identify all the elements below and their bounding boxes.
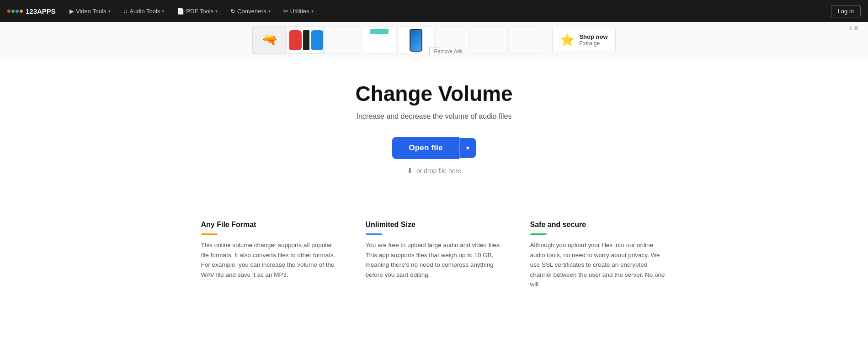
page-title: Change Volume: [355, 81, 512, 106]
audio-tools-label: Audio Tools: [129, 8, 160, 15]
logo-dots: [7, 10, 23, 13]
ad-close-button[interactable]: ℹ ✕: [850, 25, 859, 32]
converters-chevron: ▾: [268, 9, 271, 14]
nav-item-audio-tools[interactable]: ♫ Audio Tools ▾: [119, 5, 169, 17]
open-file-dropdown-button[interactable]: ▾: [459, 138, 476, 158]
page-subtitle: Increase and decrease the volume of audi…: [357, 112, 512, 121]
ad-slots: 🔫: [252, 26, 543, 54]
utilities-chevron: ▾: [311, 9, 314, 14]
converters-icon: ↻: [230, 8, 235, 15]
feature-desc-2: Although you upload your files into our …: [530, 240, 667, 290]
audio-tools-icon: ♫: [123, 8, 128, 15]
video-tools-label: Video Tools: [76, 8, 107, 15]
feature-desc-1: You are free to upload large audio and v…: [366, 240, 503, 280]
feature-desc-0: This online volume changer supports all …: [201, 240, 338, 280]
remove-ads-button[interactable]: Remove Ads: [429, 47, 439, 55]
feature-bar-0: [201, 233, 218, 235]
open-file-button[interactable]: Open file: [392, 137, 459, 159]
feature-bar-1: [366, 233, 382, 235]
logo-dot-yellow: [20, 10, 23, 13]
navbar: 123APPS ▶ Video Tools ▾ ♫ Audio Tools ▾ …: [0, 0, 868, 22]
feature-bar-2: [530, 233, 547, 235]
feature-title-1: Unlimited Size: [366, 221, 503, 229]
logo-dot-red: [7, 10, 11, 13]
logo-text: 123APPS: [26, 7, 56, 15]
nav-item-converters[interactable]: ↻ Converters ▾: [226, 5, 275, 17]
pdf-tools-icon: 📄: [177, 8, 184, 15]
video-tools-icon: ▶: [69, 8, 74, 15]
drop-file-area[interactable]: ⬇ or drop file here: [407, 166, 461, 175]
ad-shop-now: Shop now: [579, 33, 607, 40]
converters-label: Converters: [237, 8, 266, 15]
nav-item-utilities[interactable]: ✂ Utilities ▾: [279, 5, 318, 17]
pdf-tools-chevron: ▾: [215, 9, 218, 14]
ad-slot-3: [325, 26, 360, 54]
video-tools-chevron: ▾: [108, 9, 111, 14]
drop-icon: ⬇: [407, 166, 413, 175]
feature-title-0: Any File Format: [201, 221, 338, 229]
utilities-label: Utilities: [290, 8, 309, 15]
phone-shape: [410, 29, 422, 52]
ad-brand: Extra.ge: [579, 40, 607, 47]
sponsor-info: Shop now Extra.ge: [579, 33, 607, 47]
ad-slot-5: [399, 26, 433, 54]
feature-title-2: Safe and secure: [530, 221, 667, 229]
audio-tools-chevron: ▾: [162, 9, 164, 14]
sponsor-star-icon: ⭐: [560, 33, 575, 47]
logo-dot-blue: [16, 10, 19, 13]
feature-unlimited-size: Unlimited Size You are free to upload la…: [366, 221, 503, 290]
logo-dot-green: [11, 10, 15, 13]
feature-any-file-format: Any File Format This online volume chang…: [201, 221, 338, 290]
teal-bar: [370, 29, 389, 34]
features-section: Any File Format This online volume chang…: [183, 193, 686, 308]
pdf-tools-label: PDF Tools: [186, 8, 213, 15]
ad-slot-2: [289, 26, 324, 54]
feature-safe-secure: Safe and secure Although you upload your…: [530, 221, 667, 290]
login-button[interactable]: Log in: [831, 5, 861, 17]
nav-item-video-tools[interactable]: ▶ Video Tools ▾: [65, 5, 115, 17]
gun-emoji: 🔫: [262, 33, 277, 47]
ad-sponsor-card: ⭐ Shop now Extra.ge: [552, 28, 615, 52]
drop-label: or drop file here: [416, 167, 461, 174]
ad-info-icon: ℹ: [850, 25, 852, 32]
open-file-wrapper: Open file ▾: [392, 137, 475, 159]
ad-slot-8: [508, 26, 543, 54]
nav-item-pdf-tools[interactable]: 📄 PDF Tools ▾: [172, 5, 222, 17]
ad-close-icon[interactable]: ✕: [853, 25, 859, 32]
utilities-icon: ✂: [283, 8, 288, 15]
dropdown-chevron-icon: ▾: [466, 144, 469, 152]
nintendo-block: [289, 30, 324, 50]
ad-banner: ℹ ✕ 🔫 ⭐ Shop: [0, 22, 868, 58]
logo[interactable]: 123APPS: [7, 7, 56, 15]
main-content: Change Volume Increase and decrease the …: [0, 58, 868, 193]
ad-slot-4: [362, 26, 397, 54]
ad-slot-1: 🔫: [252, 26, 287, 54]
ad-slot-7: [472, 26, 506, 54]
